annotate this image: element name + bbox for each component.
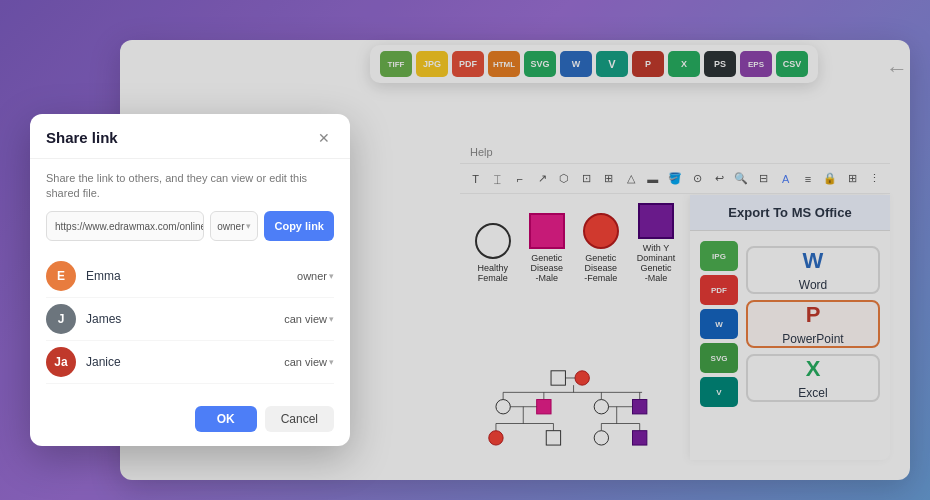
role-label-janice: can view: [284, 356, 327, 368]
role-chevron-icon: ▾: [246, 221, 251, 231]
link-row: https://www.edrawmax.com/online/fil owne…: [46, 211, 334, 241]
ok-button[interactable]: OK: [195, 406, 257, 432]
role-label-emma: owner: [297, 270, 327, 282]
dialog-footer: OK Cancel: [30, 396, 350, 446]
link-role-select[interactable]: owner ▾: [210, 211, 258, 241]
dialog-close-button[interactable]: ✕: [314, 128, 334, 148]
role-chevron-james: ▾: [329, 314, 334, 324]
avatar-janice: Ja: [46, 347, 76, 377]
user-role-james[interactable]: can view ▾: [284, 313, 334, 325]
user-row-james: J James can view ▾: [46, 298, 334, 341]
cancel-button[interactable]: Cancel: [265, 406, 334, 432]
role-label-james: can view: [284, 313, 327, 325]
role-chevron-janice: ▾: [329, 357, 334, 367]
user-name-janice: Janice: [86, 355, 284, 369]
copy-link-button[interactable]: Copy link: [264, 211, 334, 241]
dialog-subtitle: Share the link to others, and they can v…: [46, 171, 334, 202]
dialog-body: Share the link to others, and they can v…: [30, 159, 350, 397]
dialog-title: Share link: [46, 129, 118, 146]
user-name-emma: Emma: [86, 269, 297, 283]
link-url-display: https://www.edrawmax.com/online/fil: [46, 211, 204, 241]
user-row-emma: E Emma owner ▾: [46, 255, 334, 298]
share-link-dialog: Share link ✕ Share the link to others, a…: [30, 114, 350, 447]
role-chevron-emma: ▾: [329, 271, 334, 281]
dialog-header: Share link ✕: [30, 114, 350, 159]
user-role-emma[interactable]: owner ▾: [297, 270, 334, 282]
user-row-janice: Ja Janice can view ▾: [46, 341, 334, 384]
dialog-overlay: Share link ✕ Share the link to others, a…: [0, 0, 930, 500]
user-role-janice[interactable]: can view ▾: [284, 356, 334, 368]
avatar-james: J: [46, 304, 76, 334]
link-role-label: owner: [217, 221, 244, 232]
user-name-james: James: [86, 312, 284, 326]
avatar-emma: E: [46, 261, 76, 291]
